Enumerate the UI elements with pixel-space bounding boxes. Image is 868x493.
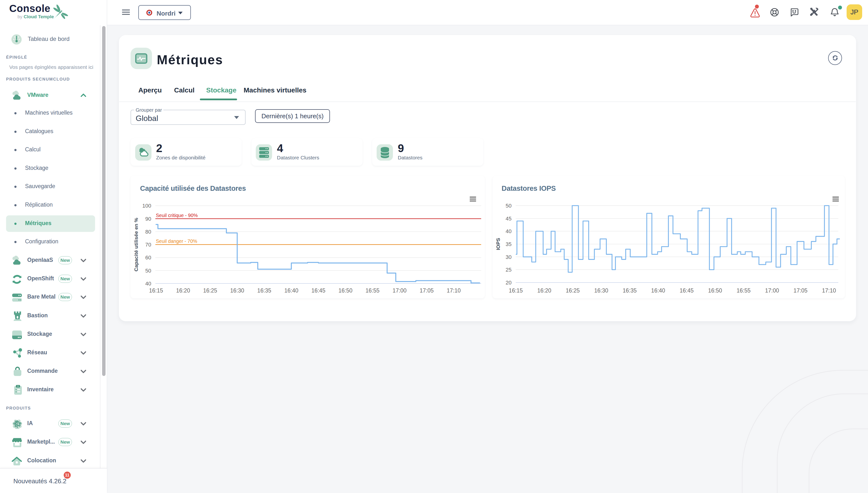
- svg-text:30: 30: [506, 254, 511, 260]
- svg-text:Datastores IOPS: Datastores IOPS: [502, 185, 556, 192]
- svg-text:17:00: 17:00: [765, 287, 779, 294]
- svg-text:80: 80: [145, 229, 151, 235]
- svg-text:45: 45: [506, 216, 511, 222]
- svg-text:16:30: 16:30: [230, 287, 244, 294]
- svg-text:IOPS: IOPS: [495, 238, 501, 250]
- svg-text:16:20: 16:20: [176, 287, 190, 294]
- svg-text:35: 35: [506, 241, 511, 247]
- svg-text:16:35: 16:35: [623, 287, 637, 294]
- svg-text:16:40: 16:40: [651, 287, 665, 294]
- svg-text:40: 40: [506, 228, 511, 234]
- svg-text:70: 70: [145, 242, 151, 248]
- svg-text:Seuil danger - 70%: Seuil danger - 70%: [156, 238, 197, 244]
- svg-text:16:15: 16:15: [149, 287, 163, 294]
- svg-text:16:30: 16:30: [594, 287, 608, 294]
- svg-text:17:00: 17:00: [393, 287, 407, 294]
- svg-text:16:20: 16:20: [537, 287, 551, 294]
- svg-text:17:05: 17:05: [794, 287, 808, 294]
- svg-text:16:55: 16:55: [365, 287, 380, 294]
- svg-text:25: 25: [506, 267, 511, 273]
- svg-text:16:50: 16:50: [708, 287, 722, 294]
- svg-text:16:55: 16:55: [736, 287, 751, 294]
- svg-text:16:25: 16:25: [203, 287, 218, 294]
- svg-text:16:40: 16:40: [284, 287, 298, 294]
- svg-text:90: 90: [145, 216, 151, 222]
- svg-text:Capacité utilisée des Datastor: Capacité utilisée des Datastores: [140, 185, 246, 192]
- svg-text:16:25: 16:25: [566, 287, 580, 294]
- svg-text:16:45: 16:45: [680, 287, 694, 294]
- svg-text:20: 20: [506, 280, 511, 286]
- svg-text:16:35: 16:35: [257, 287, 271, 294]
- svg-text:17:10: 17:10: [447, 287, 461, 294]
- svg-text:50: 50: [506, 203, 511, 209]
- svg-text:50: 50: [145, 268, 151, 274]
- svg-text:17:05: 17:05: [420, 287, 434, 294]
- svg-text:40: 40: [145, 281, 151, 287]
- svg-text:16:50: 16:50: [339, 287, 352, 294]
- svg-text:100: 100: [142, 203, 151, 209]
- svg-text:Seuil critique - 90%: Seuil critique - 90%: [156, 213, 198, 218]
- svg-text:16:45: 16:45: [312, 287, 325, 294]
- svg-text:16:15: 16:15: [509, 287, 523, 294]
- svg-text:60: 60: [145, 255, 151, 261]
- svg-text:Capacité utilisée en %: Capacité utilisée en %: [133, 217, 139, 271]
- svg-text:17:10: 17:10: [822, 287, 836, 294]
